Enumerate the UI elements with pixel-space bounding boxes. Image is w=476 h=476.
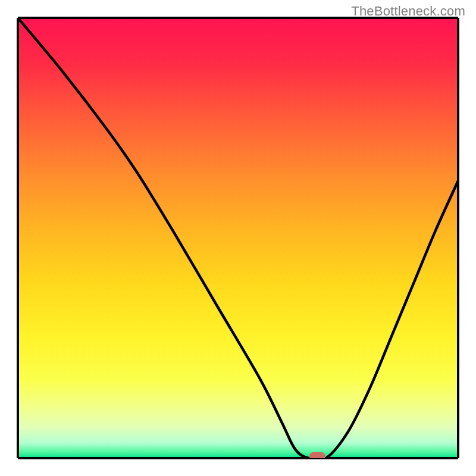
heat-gradient-area	[18, 18, 458, 458]
optimal-point-marker	[309, 452, 325, 462]
watermark-label: TheBottleneck.com	[351, 4, 465, 19]
chart-container: TheBottleneck.com	[0, 0, 476, 476]
bottleneck-chart	[0, 0, 476, 476]
